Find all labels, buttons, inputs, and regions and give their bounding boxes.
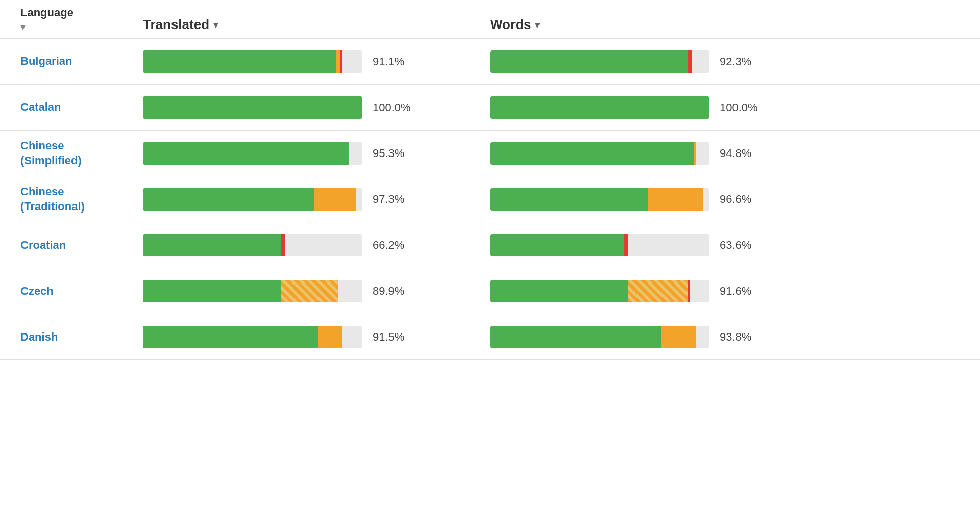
translated-bar-section: 95.3%: [143, 142, 429, 165]
words-bar-section: 92.3%: [490, 50, 776, 73]
words-bar: [490, 50, 709, 73]
words-bar-section: 93.8%: [490, 326, 776, 348]
translated-bar-section: 97.3%: [143, 188, 429, 211]
words-bar: [490, 188, 709, 211]
translated-bar: [143, 280, 362, 302]
translated-column-header[interactable]: Translated ▾: [143, 17, 429, 33]
words-bar: [490, 142, 709, 165]
translated-bar-section: 91.1%: [143, 50, 429, 73]
language-cell[interactable]: Croatian: [20, 238, 143, 253]
translated-percentage: 97.3%: [373, 193, 413, 206]
words-bar-section: 94.8%: [490, 142, 776, 165]
language-cell[interactable]: Catalan: [20, 100, 143, 115]
language-cell[interactable]: Chinese (Traditional): [20, 185, 143, 214]
translated-bar-section: 89.9%: [143, 280, 429, 302]
words-label: Words: [490, 17, 531, 33]
words-percentage: 92.3%: [720, 55, 761, 68]
language-cell[interactable]: Czech: [20, 284, 143, 299]
translated-bar: [143, 188, 362, 211]
table-header: Language ▾ Translated ▾ Words ▾: [0, 0, 980, 39]
table-row: Bulgarian91.1%92.3%: [0, 39, 980, 85]
words-bar: [490, 326, 709, 348]
translated-percentage: 100.0%: [373, 101, 413, 114]
table-row: Czech89.9%91.6%: [0, 268, 980, 314]
translation-table: Language ▾ Translated ▾ Words ▾ Bulgaria…: [0, 0, 980, 514]
words-percentage: 63.6%: [720, 239, 761, 252]
words-bar-section: 100.0%: [490, 96, 776, 119]
words-percentage: 96.6%: [720, 193, 761, 206]
translated-sort-icon[interactable]: ▾: [213, 19, 218, 31]
translated-percentage: 89.9%: [373, 285, 413, 298]
table-row: Catalan100.0%100.0%: [0, 85, 980, 131]
translated-bar: [143, 234, 362, 256]
language-cell[interactable]: Chinese (Simplified): [20, 139, 143, 168]
table-body: Bulgarian91.1%92.3%Catalan100.0%100.0%Ch…: [0, 39, 980, 360]
translated-percentage: 66.2%: [373, 239, 413, 252]
translated-bar: [143, 50, 362, 73]
language-column-header: Language ▾: [20, 6, 143, 33]
words-bar-section: 96.6%: [490, 188, 776, 211]
translated-bar: [143, 96, 362, 119]
words-bar: [490, 280, 709, 302]
words-percentage: 93.8%: [720, 330, 761, 344]
words-bar: [490, 234, 709, 256]
words-bar: [490, 96, 709, 119]
translated-bar: [143, 326, 362, 348]
table-row: Chinese (Simplified)95.3%94.8%: [0, 131, 980, 176]
translated-percentage: 95.3%: [373, 147, 413, 160]
words-bar-section: 63.6%: [490, 234, 776, 256]
language-label: Language: [20, 6, 143, 19]
translated-bar: [143, 142, 362, 165]
table-row: Danish91.5%93.8%: [0, 314, 980, 360]
words-column-header[interactable]: Words ▾: [490, 17, 776, 33]
words-percentage: 91.6%: [720, 285, 761, 298]
table-row: Croatian66.2%63.6%: [0, 222, 980, 268]
language-cell[interactable]: Danish: [20, 330, 143, 345]
language-cell[interactable]: Bulgarian: [20, 54, 143, 69]
words-sort-icon[interactable]: ▾: [535, 19, 540, 31]
translated-bar-section: 100.0%: [143, 96, 429, 119]
table-row: Chinese (Traditional)97.3%96.6%: [0, 176, 980, 222]
translated-bar-section: 66.2%: [143, 234, 429, 256]
words-percentage: 100.0%: [720, 101, 761, 114]
translated-label: Translated: [143, 17, 209, 33]
language-sort-arrow[interactable]: ▾: [20, 21, 143, 33]
translated-percentage: 91.1%: [373, 55, 413, 68]
words-bar-section: 91.6%: [490, 280, 776, 302]
words-percentage: 94.8%: [720, 147, 761, 160]
translated-bar-section: 91.5%: [143, 326, 429, 348]
translated-percentage: 91.5%: [373, 330, 413, 344]
